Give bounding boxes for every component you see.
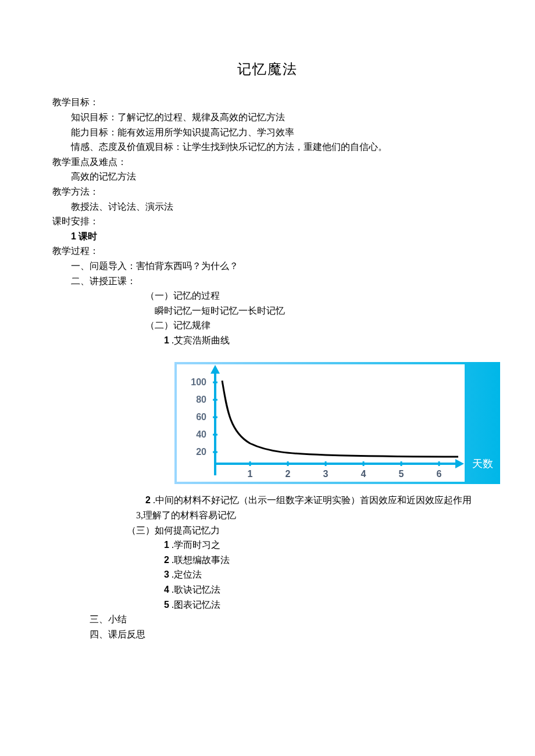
item-num: 2 — [145, 495, 151, 505]
item-num: 3 — [164, 569, 169, 579]
ytick-60: 60 — [196, 412, 206, 422]
item-num: 1 — [164, 335, 169, 345]
method-item-2: 2 .联想编故事法 — [52, 553, 483, 568]
item-text: .图表记忆法 — [169, 600, 220, 610]
item-text: .歌诀记忆法 — [169, 585, 220, 594]
document-page: 记忆魔法 教学目标： 知识目标：了解记忆的过程、规律及高效的记忆方法 能力目标：… — [0, 0, 535, 676]
section-2-2-item-2: 2 .中间的材料不好记忆（出示一组数字来证明实验）首因效应和近因效应起作用 — [52, 493, 483, 508]
goal-emotion: 情感、态度及价值观目标：让学生找到快乐记忆的方法，重建他们的自信心。 — [52, 139, 483, 155]
xtick-6: 6 — [437, 469, 442, 479]
ytick-20: 20 — [196, 447, 206, 457]
schedule-header: 课时安排： — [52, 214, 483, 229]
curve-chart-svg: 100 80 60 40 20 — [174, 362, 500, 484]
item-text: .定位法 — [169, 569, 202, 579]
page-title: 记忆魔法 — [52, 58, 483, 80]
ytick-40: 40 — [196, 429, 206, 439]
section-2-3: （三）如何提高记忆力 — [52, 523, 483, 538]
item-num: 5 — [164, 600, 169, 610]
method-item-3: 3 .定位法 — [52, 567, 483, 582]
section-1: 一、问题导入：害怕背东西吗？为什么？ — [52, 259, 483, 274]
method-text: 教授法、讨论法、演示法 — [52, 199, 483, 214]
section-2-1: （一）记忆的过程 — [52, 288, 483, 303]
section-2-2-item-1: 1 .艾宾浩斯曲线 — [52, 333, 483, 348]
item-text: .艾宾浩斯曲线 — [169, 335, 230, 345]
item-text: .联想编故事法 — [169, 555, 230, 565]
method-item-1: 1 .学而时习之 — [52, 538, 483, 553]
method-item-4: 4 .歌诀记忆法 — [52, 582, 483, 597]
method-item-5: 5 .图表记忆法 — [52, 597, 483, 612]
process-header: 教学过程： — [52, 243, 483, 259]
section-3: 三、小结 — [52, 612, 483, 627]
item-text: .学而时习之 — [169, 540, 220, 550]
section-2: 二、讲授正课： — [52, 274, 483, 289]
section-2-1-text: 瞬时记忆一短时记忆一长时记忆 — [52, 303, 483, 318]
section-2-2-item-3: 3,理解了的材料容易记忆 — [52, 508, 483, 523]
item-num: 2 — [164, 555, 169, 565]
ebbinghaus-chart: 100 80 60 40 20 — [174, 362, 483, 484]
goal-knowledge: 知识目标：了解记忆的过程、规律及高效的记忆方法 — [52, 110, 483, 125]
focus-text: 高效的记忆方法 — [52, 169, 483, 184]
item-num: 1 — [164, 540, 169, 550]
x-axis-label: 天数 — [472, 458, 493, 470]
xtick-5: 5 — [399, 469, 404, 479]
goal-ability: 能力目标：能有效运用所学知识提高记忆力、学习效率 — [52, 125, 483, 140]
method-header: 教学方法： — [52, 184, 483, 199]
section-4: 四、课后反思 — [52, 627, 483, 642]
xtick-3: 3 — [323, 469, 329, 479]
xtick-4: 4 — [361, 469, 366, 479]
section-2-2: （二）记忆规律 — [52, 318, 483, 333]
ytick-80: 80 — [196, 395, 206, 404]
ytick-100: 100 — [191, 377, 206, 387]
focus-header: 教学重点及难点： — [52, 155, 483, 170]
schedule-text: 1 课时 — [52, 229, 483, 244]
schedule-num: 1 课时 — [71, 231, 97, 241]
xtick-1: 1 — [248, 469, 253, 479]
goals-header: 教学目标： — [52, 95, 483, 110]
item-num: 4 — [164, 585, 169, 594]
xtick-2: 2 — [286, 469, 291, 479]
item-text: .中间的材料不好记忆（出示一组数字来证明实验）首因效应和近因效应起作用 — [151, 495, 472, 505]
